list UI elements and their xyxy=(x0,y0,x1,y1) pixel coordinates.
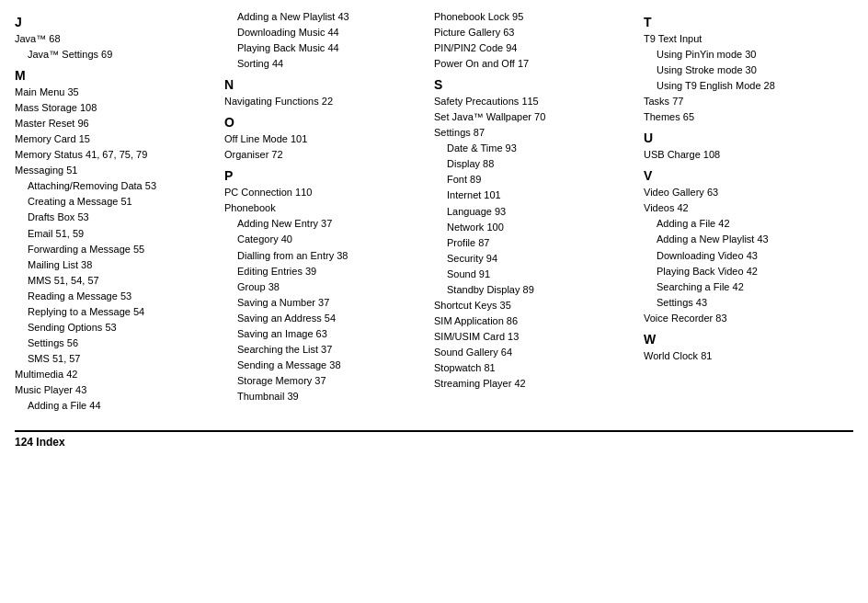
index-entry: Dialling from an Entry 38 xyxy=(224,248,425,264)
index-entry: Navigating Functions 22 xyxy=(224,94,425,109)
index-entry: Playing Back Video 42 xyxy=(644,264,844,279)
index-entry: Master Reset 96 xyxy=(15,116,215,131)
index-entry: Set Java™ Wallpaper 70 xyxy=(434,109,634,125)
index-entry: SMS 51, 57 xyxy=(15,351,215,367)
section-letter-M: M xyxy=(15,68,215,83)
index-entry: Memory Status 41, 67, 75, 79 xyxy=(15,147,215,163)
index-entry: Power On and Off 17 xyxy=(434,56,634,72)
index-entry: Network 100 xyxy=(434,220,634,235)
index-entry: PC Connection 110 xyxy=(224,185,425,200)
index-entry: Using T9 English Mode 28 xyxy=(644,78,844,94)
index-entry: Replying to a Message 54 xyxy=(15,304,215,320)
index-entry: Tasks 77 xyxy=(644,94,844,109)
index-entry: Category 40 xyxy=(224,232,425,247)
index-entry: Font 89 xyxy=(434,172,634,188)
index-entry: Memory Card 15 xyxy=(15,131,215,147)
index-entry: Playing Back Music 44 xyxy=(224,40,425,56)
index-entry: MMS 51, 54, 57 xyxy=(15,273,215,289)
index-entry: Shortcut Keys 35 xyxy=(434,298,634,313)
index-entry: Settings 43 xyxy=(644,295,844,311)
index-entry: Using Stroke mode 30 xyxy=(644,63,844,78)
index-entry: Display 88 xyxy=(434,156,634,172)
index-entry: Internet 101 xyxy=(434,188,634,203)
index-entry: Mailing List 38 xyxy=(15,257,215,273)
index-entry: Adding a New Playlist 43 xyxy=(644,232,844,247)
index-entry: Picture Gallery 63 xyxy=(434,25,634,40)
section-letter-O: O xyxy=(224,115,425,130)
index-entry: Java™ 68 xyxy=(15,31,215,47)
index-entry: Forwarding a Message 55 xyxy=(15,242,215,257)
index-entry: Drafts Box 53 xyxy=(15,210,215,225)
index-entry: Downloading Music 44 xyxy=(224,25,425,40)
column-1: Adding a New Playlist 43Downloading Musi… xyxy=(224,9,434,414)
section-letter-U: U xyxy=(644,131,844,145)
index-entry: Attaching/Removing Data 53 xyxy=(15,178,215,194)
index-entry: Sending a Message 38 xyxy=(224,358,425,373)
section-letter-S: S xyxy=(434,77,634,92)
index-entry: Sound 91 xyxy=(434,267,634,282)
index-entry: Organiser 72 xyxy=(224,147,425,163)
index-entry: Downloading Video 43 xyxy=(644,248,844,264)
index-entry: Sorting 44 xyxy=(224,56,425,72)
index-entry: Date & Time 93 xyxy=(434,141,634,156)
index-entry: SIM Application 86 xyxy=(434,313,634,329)
index-entry: Phonebook xyxy=(224,200,425,216)
section-letter-N: N xyxy=(224,77,425,92)
index-entry: Security 94 xyxy=(434,251,634,267)
index-entry: Profile 87 xyxy=(434,235,634,251)
index-entry: Themes 65 xyxy=(644,109,844,125)
index-entry: Searching a File 42 xyxy=(644,279,844,295)
index-entry: Thumbnail 39 xyxy=(224,389,425,404)
index-entry: Reading a Message 53 xyxy=(15,289,215,304)
column-2: Phonebook Lock 95Picture Gallery 63PIN/P… xyxy=(434,9,644,414)
index-entry: Sound Gallery 64 xyxy=(434,345,634,360)
index-entry: Adding New Entry 37 xyxy=(224,216,425,232)
index-entry: Off Line Mode 101 xyxy=(224,131,425,147)
index-entry: Messaging 51 xyxy=(15,163,215,178)
index-entry: Storage Memory 37 xyxy=(224,373,425,389)
index-entry: Settings 56 xyxy=(15,336,215,351)
section-letter-V: V xyxy=(644,168,844,183)
section-letter-J: J xyxy=(15,15,215,29)
index-entry: PIN/PIN2 Code 94 xyxy=(434,40,634,56)
column-0: JJava™ 68Java™ Settings 69MMain Menu 35M… xyxy=(15,9,224,414)
index-entry: Music Player 43 xyxy=(15,382,215,398)
index-entry: Adding a File 44 xyxy=(15,398,215,414)
index-entry: Phonebook Lock 95 xyxy=(434,9,634,25)
index-entry: Saving an Address 54 xyxy=(224,311,425,326)
index-entry: Streaming Player 42 xyxy=(434,376,634,392)
index-entry: Email 51, 59 xyxy=(15,226,215,242)
section-letter-P: P xyxy=(224,168,425,183)
index-entry: Saving a Number 37 xyxy=(224,295,425,311)
index-entry: Searching the List 37 xyxy=(224,342,425,358)
index-entry: Sending Options 53 xyxy=(15,320,215,336)
index-columns: JJava™ 68Java™ Settings 69MMain Menu 35M… xyxy=(15,9,853,414)
index-entry: Adding a New Playlist 43 xyxy=(224,9,425,25)
index-entry: Editing Entries 39 xyxy=(224,264,425,279)
index-entry: Creating a Message 51 xyxy=(15,194,215,210)
footer: 124 Index xyxy=(15,430,853,449)
index-entry: Multimedia 42 xyxy=(15,367,215,382)
index-entry: Language 93 xyxy=(434,204,634,220)
index-entry: World Clock 81 xyxy=(644,348,844,364)
index-entry: Stopwatch 81 xyxy=(434,360,634,376)
index-entry: T9 Text Input xyxy=(644,31,844,47)
section-letter-W: W xyxy=(644,332,844,347)
index-entry: Video Gallery 63 xyxy=(644,185,844,200)
column-3: TT9 Text InputUsing PinYin mode 30Using … xyxy=(644,9,853,414)
index-entry: Settings 87 xyxy=(434,125,634,141)
index-entry: USB Charge 108 xyxy=(644,147,844,163)
index-entry: Main Menu 35 xyxy=(15,85,215,100)
index-entry: Saving an Image 63 xyxy=(224,326,425,342)
index-entry: Group 38 xyxy=(224,279,425,295)
index-entry: SIM/USIM Card 13 xyxy=(434,329,634,345)
index-entry: Safety Precautions 115 xyxy=(434,94,634,109)
section-letter-T: T xyxy=(644,15,844,29)
index-entry: Adding a File 42 xyxy=(644,216,844,232)
index-entry: Voice Recorder 83 xyxy=(644,311,844,326)
index-entry: Standby Display 89 xyxy=(434,282,634,298)
index-entry: Videos 42 xyxy=(644,200,844,216)
index-entry: Mass Storage 108 xyxy=(15,100,215,116)
index-entry: Using PinYin mode 30 xyxy=(644,47,844,63)
index-entry: Java™ Settings 69 xyxy=(15,47,215,63)
